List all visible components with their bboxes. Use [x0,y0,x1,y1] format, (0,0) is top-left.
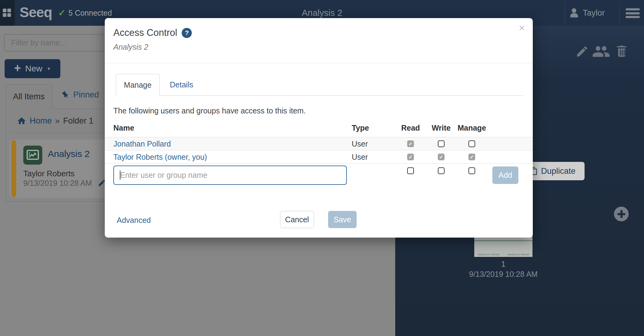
duplicate-label: Duplicate [541,166,576,176]
duplicate-button[interactable]: Duplicate [526,162,585,180]
card-owner: Taylor Roberts [23,169,75,178]
grid-icon [3,9,11,17]
plus-icon: + [14,62,21,74]
edit-icon[interactable] [575,45,589,58]
advanced-link[interactable]: Advanced [117,216,151,225]
table-row: Jonathan Pollard User ✓ [105,137,533,150]
user-link[interactable]: Jonathan Pollard [113,139,171,148]
column-header-read: Read [395,124,426,132]
breadcrumb-home-link[interactable]: Home [30,116,52,126]
close-icon[interactable]: × [519,22,525,33]
seeq-logo[interactable]: Seeq [20,0,52,26]
manage-checkbox[interactable] [468,167,475,174]
read-checkbox[interactable] [407,167,414,174]
new-button[interactable]: + New ▼ [5,59,60,78]
user-type: User [352,153,368,162]
app-grid-button[interactable] [0,0,15,26]
help-icon[interactable]: ? [182,28,192,38]
breadcrumb-separator: » [55,116,60,126]
tab-manage[interactable]: Manage [116,74,160,96]
hamburger-menu-icon[interactable] [626,8,640,18]
read-checkbox[interactable]: ✓ [407,154,414,160]
user-menu[interactable]: Taylor [569,0,605,26]
table-row: Taylor Roberts (owner, you) User ✓ ✓ ✓ [105,150,533,163]
read-checkbox[interactable]: ✓ [407,140,414,147]
write-checkbox[interactable]: ✓ [438,154,445,160]
chevron-down-icon: ▼ [47,66,51,71]
cancel-button[interactable]: Cancel [280,211,314,228]
divider [105,63,533,63]
manage-checkbox[interactable]: ✓ [468,154,475,160]
card-timestamp: 9/13/2019 10:28 AM [23,179,92,188]
seeq-app: + New ▼ All Items Pinned Home » Folder 1 [0,0,644,336]
analysis-icon [23,146,42,165]
add-user-input[interactable] [113,166,347,185]
user-name: Taylor [583,8,605,18]
trash-icon[interactable] [615,44,629,58]
tab-details[interactable]: Details [160,74,203,96]
column-header-write: Write [426,124,456,132]
tab-all-items[interactable]: All Items [6,84,52,109]
thumbnail-caption: 9/9/2019 3:27 PM EDT [478,254,500,256]
connection-status-label: 5 Connected [68,9,112,17]
tab-pinned-label: Pinned [73,90,99,100]
divider [619,2,620,24]
card-accent-bar [11,140,16,197]
write-checkbox[interactable] [438,167,445,174]
card-title-link[interactable]: Analysis 2 [48,149,90,159]
user-icon [569,8,579,18]
text-caret [120,170,120,180]
worksheet-timestamp: 9/13/2019 10:28 AM [464,270,543,279]
manage-checkbox[interactable] [468,140,475,147]
write-checkbox[interactable] [438,140,445,147]
modal-title: Access Control [113,27,177,38]
breadcrumb-current: Folder 1 [63,116,93,126]
add-button[interactable]: Add [492,166,518,184]
checkmark-icon: ✓ [58,8,66,18]
column-header-type: Type [352,124,369,132]
users-icon[interactable] [592,42,610,61]
thumbnail-trend-line [474,240,532,241]
column-header-manage: Manage [456,124,487,132]
add-worksheet-icon[interactable] [614,207,629,221]
save-button[interactable]: Save [328,211,357,228]
access-table: Jonathan Pollard User ✓ Taylor Roberts (… [105,137,533,164]
new-button-label: New [25,64,42,74]
connection-status[interactable]: ✓ 5 Connected [58,0,112,26]
user-link[interactable]: Taylor Roberts (owner, you) [113,153,207,162]
column-header-name: Name [113,124,134,132]
thumbnail-caption: 9/9/2019 3:27 PM EDT [508,254,529,256]
user-type: User [352,139,368,148]
modal-subtitle: Analysis 2 [113,43,148,52]
tab-pinned[interactable]: Pinned [61,90,99,100]
tab-underline [116,95,523,96]
divider [565,2,565,24]
modal-description: The following users and groups have acce… [113,106,306,115]
breadcrumb: Home » Folder 1 [17,116,93,126]
pin-icon [59,89,71,101]
worksheet-number: 1 [474,259,532,269]
home-icon [17,116,26,126]
access-control-modal: Access Control ? × Analysis 2 Manage Det… [105,18,533,238]
